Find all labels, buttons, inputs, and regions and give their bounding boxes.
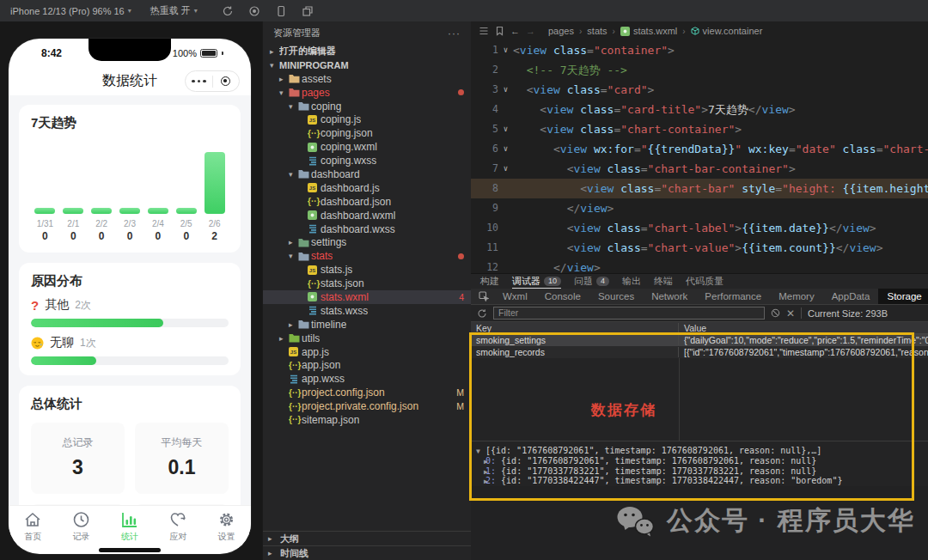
chevron-down-icon[interactable]: ▾ — [289, 170, 298, 179]
chevron-right-icon[interactable]: ▸ — [279, 334, 289, 343]
tree-item-MINIPROGRAM[interactable]: ▾MINIPROGRAM — [263, 58, 471, 72]
debug-tab-构建[interactable]: 构建 — [480, 274, 499, 289]
debug-tab-代码质量[interactable]: 代码质量 — [686, 274, 723, 289]
more-menu-icon[interactable] — [186, 80, 212, 83]
tree-item-coping.js[interactable]: JScoping.js — [263, 113, 471, 126]
chevron-down-icon[interactable]: ▾ — [289, 102, 298, 111]
expanded-record[interactable]: ▶1: {id: "1770337783221", timestamp: 177… — [476, 466, 928, 477]
tree-item-dashboard.json[interactable]: {··}dashboard.json — [263, 195, 471, 209]
expanded-preview[interactable]: ▼[{id: "1767608792061", timestamp: 17676… — [476, 446, 928, 456]
more-actions-icon[interactable]: ··· — [448, 27, 461, 40]
tree-item-stats[interactable]: ▾stats — [263, 249, 471, 263]
tree-item-stats.js[interactable]: JSstats.js — [263, 263, 471, 277]
tree-item-app.wxss[interactable]: app.wxss — [263, 372, 471, 386]
outline-list-icon[interactable] — [479, 26, 489, 36]
record-icon[interactable] — [248, 5, 260, 17]
breadcrumb-item-view.container[interactable]: view.container — [691, 26, 763, 36]
chevron-right-icon[interactable]: ▸ — [270, 47, 279, 56]
storage-key: smoking_records — [471, 347, 679, 357]
devtools-tab-Memory[interactable]: Memory — [770, 289, 823, 304]
close-minibar-icon[interactable] — [213, 76, 240, 86]
fold-icon[interactable]: ∨ — [498, 139, 513, 159]
clear-all-icon[interactable] — [771, 308, 780, 318]
tree-item-pages[interactable]: ▾pages — [263, 86, 471, 100]
wechat-capsule[interactable] — [185, 70, 240, 92]
tree-item-dashboard.wxml[interactable]: dashboard.wxml — [263, 209, 471, 222]
breadcrumb-item-stats.wxml[interactable]: stats.wxml — [620, 26, 677, 36]
devtools-tab-AppData[interactable]: AppData — [823, 289, 879, 304]
chevron-right-icon[interactable]: ▸ — [279, 75, 289, 83]
outline-section[interactable]: ▸大纲 — [263, 531, 471, 545]
breadcrumb-item-stats[interactable]: stats — [587, 26, 607, 36]
tabbar-item-设置[interactable]: 设置 — [203, 506, 251, 548]
device-selector[interactable]: iPhone 12/13 (Pro) 96% 16 — [10, 6, 125, 16]
fold-icon[interactable]: ∨ — [498, 80, 513, 100]
devtools-tab-Console[interactable]: Console — [536, 289, 589, 304]
expanded-record[interactable]: ▶2: {id: "1770338422447", timestamp: 177… — [476, 476, 928, 486]
phone-view-icon[interactable] — [275, 5, 287, 17]
chevron-right-icon[interactable]: ▸ — [289, 238, 298, 247]
code-lines[interactable]: 1∨<view class="container">2 <!-- 7天趋势 --… — [471, 40, 928, 273]
chevron-down-icon[interactable]: ▾ — [289, 252, 298, 260]
devtools-tab-Performance[interactable]: Performance — [696, 289, 770, 304]
breadcrumb-item-pages[interactable]: pages — [548, 26, 574, 36]
refresh-icon[interactable] — [222, 5, 234, 17]
tree-item-stats.wxml[interactable]: stats.wxml4 — [263, 290, 471, 304]
restore-window-icon[interactable] — [302, 5, 314, 17]
devtools-tab-Sources[interactable]: Sources — [589, 289, 643, 304]
devtools-tab-Network[interactable]: Network — [643, 289, 696, 304]
tree-item-dashboard.wxss[interactable]: dashboard.wxss — [263, 222, 471, 236]
debug-tab-问题[interactable]: 问题4 — [574, 274, 609, 289]
tree-item-timeline[interactable]: ▸timeline — [263, 318, 471, 332]
tree-item-app.js[interactable]: JSapp.js — [263, 345, 471, 359]
tree-item-coping.wxml[interactable]: coping.wxml — [263, 140, 471, 154]
tree-item-app.json[interactable]: {··}app.json — [263, 358, 471, 372]
refresh-storage-icon[interactable] — [477, 308, 487, 319]
expand-arrow-icon[interactable]: ▶ — [476, 477, 485, 487]
back-arrow-icon[interactable]: ← — [510, 26, 520, 36]
tree-item-settings[interactable]: ▸settings — [263, 235, 471, 249]
code-editor[interactable]: ← → pages›stats›stats.wxml›view.containe… — [471, 21, 928, 273]
tree-item-stats.json[interactable]: {··}stats.json — [263, 277, 471, 290]
expanded-record[interactable]: ▶0: {id: "1767608792061", timestamp: 176… — [476, 456, 928, 466]
debug-tab-调试器[interactable]: 调试器10 — [512, 274, 561, 289]
chevron-right-icon[interactable]: ▸ — [289, 320, 298, 329]
tree-item-coping.json[interactable]: {··}coping.json — [263, 126, 471, 140]
tree-item-assets[interactable]: ▸assets — [263, 72, 471, 86]
key-column-header[interactable]: Key — [471, 323, 679, 333]
storage-row-smoking_records[interactable]: smoking_records[{"id":"1767608792061","t… — [471, 346, 928, 358]
tree-item-sitemap.json[interactable]: {··}sitemap.json — [263, 413, 471, 427]
close-filter-icon[interactable]: ✕ — [786, 307, 795, 320]
storage-row-smoking_settings[interactable]: smoking_settings{"dailyGoal":10,"mode":"… — [471, 334, 928, 346]
fold-icon[interactable]: ∨ — [498, 159, 513, 179]
hot-reload-toggle[interactable]: 热重载 开 — [150, 4, 191, 17]
tree-item-stats.wxss[interactable]: stats.wxss — [263, 304, 471, 318]
fold-icon[interactable]: ∨ — [498, 119, 513, 139]
fold-icon[interactable]: ∨ — [498, 40, 513, 60]
tree-item-coping[interactable]: ▾coping — [263, 100, 471, 113]
debug-tab-终端[interactable]: 终端 — [654, 274, 673, 289]
tree-item-coping.wxss[interactable]: coping.wxss — [263, 154, 471, 167]
tree-item-dashboard[interactable]: ▾dashboard — [263, 167, 471, 181]
forward-arrow-icon[interactable]: → — [526, 26, 535, 36]
tree-item-utils[interactable]: ▸utils — [263, 332, 471, 345]
bookmark-icon[interactable] — [495, 26, 504, 36]
chevron-down-icon[interactable]: ▾ — [270, 61, 279, 70]
tabbar-item-统计[interactable]: 统计 — [106, 506, 154, 548]
tabbar-item-首页[interactable]: 首页 — [9, 506, 57, 548]
value-column-header[interactable]: Value — [679, 323, 928, 333]
tabbar-item-记录[interactable]: 记录 — [57, 506, 105, 548]
devtools-tab-Storage[interactable]: Storage — [878, 289, 928, 304]
tree-item-打开的编辑器[interactable]: ▸打开的编辑器 — [263, 45, 471, 58]
chevron-down-icon[interactable]: ▾ — [279, 88, 289, 97]
filter-input[interactable]: Filter — [493, 307, 765, 320]
tree-item-project.config.json[interactable]: {··}project.config.jsonM — [263, 386, 471, 399]
debug-tab-输出[interactable]: 输出 — [622, 274, 641, 289]
tabbar-item-应对[interactable]: 应对 — [154, 506, 202, 548]
inspect-element-icon[interactable] — [473, 291, 494, 301]
devtools-tab-Wxml[interactable]: Wxml — [494, 289, 536, 304]
expand-arrow-icon[interactable]: ▶ — [476, 457, 485, 467]
tree-item-project.private.config.json[interactable]: {··}project.private.config.jsonM — [263, 399, 471, 413]
tree-item-dashboard.js[interactable]: JSdashboard.js — [263, 181, 471, 195]
timeline-section[interactable]: ▸时间线 — [263, 545, 471, 560]
